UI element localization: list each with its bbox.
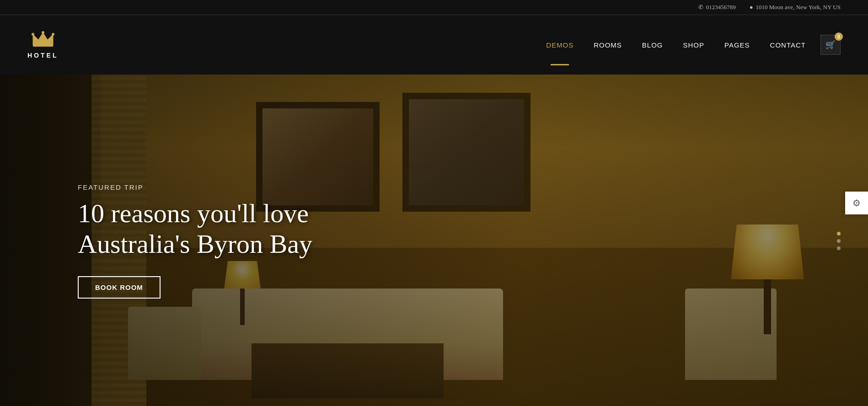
top-bar: ✆ 0123456789 ● 1010 Moon ave, New York, … xyxy=(0,0,868,15)
hero-content: FEATURED TRIP 10 reasons you'll love Aus… xyxy=(0,183,412,298)
gear-icon: ⚙ xyxy=(852,198,861,208)
scroll-dot-3 xyxy=(837,246,841,250)
settings-button[interactable]: ⚙ xyxy=(845,192,868,214)
cart-icon: 🛒 xyxy=(825,40,836,50)
featured-label: FEATURED TRIP xyxy=(78,183,412,191)
hero-title: 10 reasons you'll love Australia's Byron… xyxy=(78,198,412,259)
nav-item-demos[interactable]: DEMOS xyxy=(536,15,584,75)
scroll-dot-1 xyxy=(837,232,841,235)
scroll-dot-2 xyxy=(837,239,841,243)
svg-point-2 xyxy=(32,33,34,36)
nav-item-contact[interactable]: CONTACT xyxy=(760,15,816,75)
header: HOTEL DEMOS ROOMS BLOG SHOP PAGES CONTAC… xyxy=(0,15,868,75)
location-icon: ● xyxy=(750,4,753,11)
phone-info: ✆ 0123456789 xyxy=(698,4,736,11)
address-info: ● 1010 Moon ave, New York, NY US xyxy=(750,4,841,11)
hero-section: FEATURED TRIP 10 reasons you'll love Aus… xyxy=(0,75,868,406)
logo-text: HOTEL xyxy=(27,52,58,59)
phone-number: 0123456789 xyxy=(706,4,736,11)
cart-badge: 0 xyxy=(835,32,843,41)
scroll-indicator xyxy=(837,232,841,250)
nav-item-pages[interactable]: PAGES xyxy=(714,15,760,75)
nav-item-blog[interactable]: BLOG xyxy=(632,15,673,75)
svg-point-3 xyxy=(52,33,54,36)
cart-button[interactable]: 🛒 0 xyxy=(820,35,841,55)
main-nav: DEMOS ROOMS BLOG SHOP PAGES CONTACT 🛒 0 xyxy=(536,15,841,75)
phone-icon: ✆ xyxy=(698,4,703,11)
svg-rect-0 xyxy=(33,44,53,47)
logo-crown-icon xyxy=(31,31,55,51)
book-room-button[interactable]: Book Room xyxy=(78,276,161,299)
nav-item-rooms[interactable]: ROOMS xyxy=(584,15,632,75)
svg-point-1 xyxy=(42,31,44,34)
nav-item-shop[interactable]: SHOP xyxy=(673,15,715,75)
logo[interactable]: HOTEL xyxy=(27,31,58,59)
address-text: 1010 Moon ave, New York, NY US xyxy=(756,4,841,11)
